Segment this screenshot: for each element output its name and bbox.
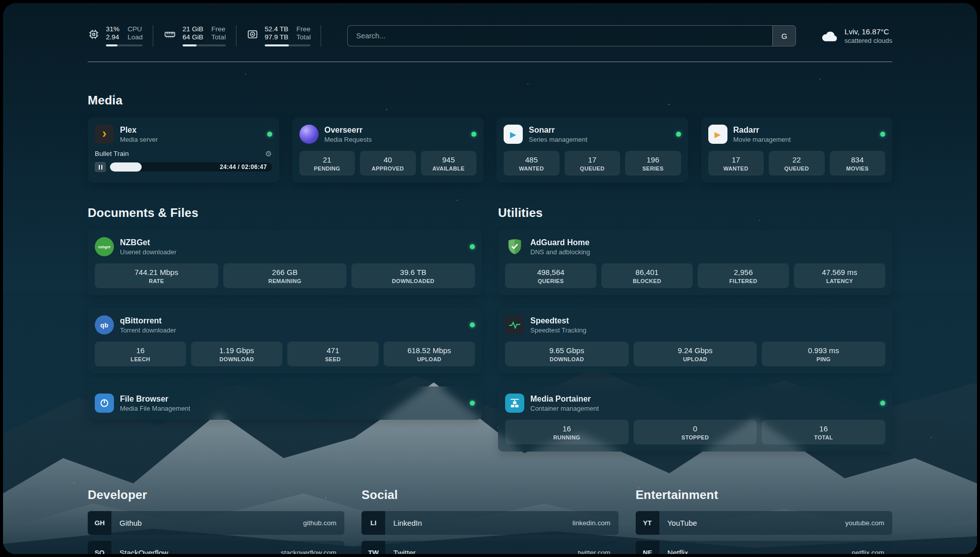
service-name: Sonarr — [529, 126, 587, 135]
now-playing-title: Bullet Train — [95, 150, 129, 157]
bookmark-group-social: Social LI LinkedIn linkedin.com TW Twitt… — [361, 488, 618, 554]
weather-location: Lviv, 16.87°C — [844, 27, 892, 36]
status-dot — [880, 401, 885, 406]
service-name: Overseerr — [325, 126, 372, 135]
service-name: qBittorrent — [120, 316, 176, 325]
bookmark-abbr: YT — [636, 511, 659, 535]
stat-wanted: 17 WANTED — [708, 151, 764, 176]
stat-pending: 21 PENDING — [299, 151, 355, 176]
qbittorrent-icon: qb — [95, 315, 114, 335]
overseerr-icon — [299, 125, 319, 144]
section-title-entertainment: Entertainment — [636, 488, 892, 502]
cpu-usage-value: 31% — [106, 25, 119, 33]
weather-widget: Lviv, 16.87°C scattered clouds — [820, 27, 892, 44]
cloud-icon — [820, 29, 838, 42]
bookmark-youtube[interactable]: YT YouTube youtube.com — [636, 511, 892, 535]
service-card-speedtest[interactable]: Speedtest Speedtest Tracking 9.65 Gbps D… — [498, 308, 892, 373]
stat-stopped: 0 STOPPED — [634, 420, 757, 444]
service-subtitle: Torrent downloader — [120, 326, 176, 334]
service-subtitle: Container management — [530, 405, 599, 412]
service-subtitle: Media Requests — [325, 136, 372, 143]
bookmark-stackoverflow[interactable]: SO StackOverflow stackoverflow.com — [88, 541, 344, 554]
status-dot — [470, 244, 475, 249]
plex-icon — [95, 125, 114, 144]
service-name: AdGuard Home — [530, 238, 590, 247]
disk-free-label: Free — [296, 25, 311, 33]
playback-progress-bar[interactable]: 24:44 / 02:06:47 — [110, 162, 272, 172]
stat-upload: 9.24 Gbps UPLOAD — [634, 342, 757, 366]
section-documents: Documents & Files nzbget NZBGet Usenet d… — [88, 206, 482, 452]
pause-icon — [99, 165, 102, 170]
section-media: Media Plex Media server Bullet Train — [88, 93, 892, 183]
ram-total-label: Total — [211, 33, 226, 41]
dashboard-window: 31% CPU 2.94 Load 21 GiB Free 64 GiB — [3, 3, 977, 554]
stat-seed: 471 SEED — [287, 342, 379, 366]
service-card-sonarr[interactable]: Sonarr Series management 485 WANTED 17 Q… — [497, 118, 688, 183]
stat-queued: 22 QUEUED — [769, 151, 825, 176]
gear-icon[interactable] — [265, 150, 272, 157]
playback-time: 24:44 / 02:06:47 — [220, 163, 267, 171]
service-name: Plex — [120, 126, 158, 135]
service-card-adguard[interactable]: AdGuard Home DNS and adblocking 498,564 … — [498, 230, 892, 295]
service-card-plex[interactable]: Plex Media server Bullet Train — [88, 118, 279, 183]
disk-widget: 52.4 TB Free 97.9 TB Total — [247, 25, 322, 46]
bookmark-netflix[interactable]: NF Netflix netflix.com — [636, 541, 892, 554]
status-dot — [880, 132, 885, 137]
disk-total-label: Total — [296, 33, 311, 41]
snow-specks — [3, 3, 4, 4]
search-input[interactable] — [348, 26, 772, 46]
stat-queries: 498,564 QUERIES — [505, 263, 596, 288]
service-card-qbittorrent[interactable]: qb qBittorrent Torrent downloader 16 LEE… — [88, 308, 482, 373]
bookmark-abbr: GH — [88, 511, 111, 535]
stat-series: 196 SERIES — [625, 151, 681, 176]
stat-download: 1.19 Gbps DOWNLOAD — [191, 342, 282, 366]
stat-remaining: 266 GB REMAINING — [223, 263, 347, 288]
bookmark-group-entertainment: Entertainment YT YouTube youtube.com NF … — [636, 488, 892, 554]
status-dot — [471, 132, 476, 137]
service-card-radarr[interactable]: Radarr Movie management 17 WANTED 22 QUE… — [701, 118, 893, 183]
now-playing-widget: Bullet Train 24:44 / 02:06:47 — [95, 150, 272, 172]
disk-progress-bar — [265, 44, 311, 46]
service-card-overseerr[interactable]: Overseerr Media Requests 21 PENDING 40 A… — [292, 118, 484, 183]
service-card-filebrowser[interactable]: File Browser Media File Management — [88, 386, 482, 420]
service-subtitle: DNS and adblocking — [530, 248, 590, 256]
header-divider — [88, 62, 892, 62]
stat-blocked: 86,401 BLOCKED — [601, 263, 693, 288]
nzbget-icon: nzbget — [95, 237, 114, 256]
stat-approved: 40 APPROVED — [360, 151, 416, 176]
status-dot — [676, 132, 681, 137]
section-utilities: Utilities AdGuard Home DNS and adblockin… — [498, 206, 892, 452]
service-name: Media Portainer — [530, 395, 599, 404]
cpu-label: CPU — [128, 25, 143, 33]
section-title-social: Social — [361, 488, 618, 502]
stat-upload: 618.52 Mbps UPLOAD — [384, 342, 475, 366]
bookmark-abbr: LI — [361, 511, 385, 535]
memory-widget: 21 GiB Free 64 GiB Total — [163, 25, 236, 46]
bookmark-twitter[interactable]: TW Twitter twitter.com — [361, 541, 618, 554]
pause-button[interactable] — [95, 162, 106, 172]
dashboard-content: 31% CPU 2.94 Load 21 GiB Free 64 GiB — [3, 3, 977, 554]
service-name: Radarr — [733, 126, 791, 135]
service-subtitle: Usenet downloader — [120, 248, 176, 256]
stat-filtered: 2,956 FILTERED — [698, 263, 789, 288]
radarr-icon — [708, 125, 727, 144]
service-card-nzbget[interactable]: nzbget NZBGet Usenet downloader 744.21 M… — [88, 230, 482, 295]
bookmark-abbr: NF — [636, 541, 659, 554]
stat-running: 16 RUNNING — [505, 420, 629, 444]
cpu-load-value: 2.94 — [106, 33, 119, 41]
cpu-icon — [88, 28, 100, 40]
weather-condition: scattered clouds — [844, 37, 892, 44]
bookmark-linkedin[interactable]: LI LinkedIn linkedin.com — [361, 511, 618, 535]
adguard-icon — [505, 237, 524, 256]
bookmark-abbr: TW — [361, 541, 385, 554]
bookmark-github[interactable]: GH Github github.com — [88, 511, 344, 535]
search-bar: G — [347, 25, 796, 46]
filebrowser-icon — [95, 394, 114, 413]
stat-rate: 744.21 Mbps RATE — [95, 263, 218, 288]
service-subtitle: Media File Management — [120, 405, 190, 412]
search-engine-button[interactable]: G — [772, 26, 795, 46]
service-card-portainer[interactable]: Media Portainer Container management 16 … — [498, 386, 892, 452]
cpu-load-label: Load — [128, 33, 143, 41]
stat-latency: 47.569 ms LATENCY — [794, 263, 885, 288]
ram-total-value: 64 GiB — [182, 33, 203, 41]
